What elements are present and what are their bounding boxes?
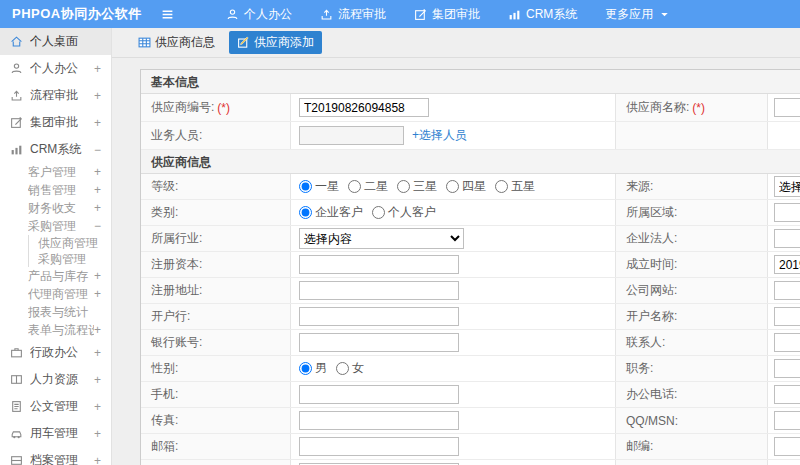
sidebar-item-customer-mgmt[interactable]: 客户管理+ [0, 163, 111, 181]
sidebar-item-human-resources[interactable]: 人力资源+ [0, 366, 111, 393]
topnav-label: 流程审批 [338, 6, 386, 23]
field-cell [291, 330, 616, 355]
choose-staff-link[interactable]: +选择人员 [412, 127, 467, 144]
sidebar-item-sales-mgmt[interactable]: 销售管理+ [0, 181, 111, 199]
expand-plus-icon[interactable]: + [94, 165, 101, 179]
sidebar-item-group-approval[interactable]: 集团审批+ [0, 109, 111, 136]
edit-square-icon [414, 8, 427, 21]
sidebar-item-crm-system[interactable]: CRM系统− [0, 136, 111, 163]
text-input[interactable] [774, 411, 800, 430]
sidebar-item-finance-income-expense[interactable]: 财务收支+ [0, 199, 111, 217]
sidebar-item-personal-desktop[interactable]: 个人桌面 [0, 28, 111, 55]
text-input[interactable] [774, 385, 800, 404]
sidebar-item-label: CRM系统 [30, 141, 94, 158]
field-label-text: 传真: [151, 412, 178, 429]
text-input[interactable] [299, 333, 459, 352]
expand-plus-icon[interactable]: + [94, 323, 101, 337]
text-input[interactable] [774, 229, 800, 248]
section-title: 基本信息 [141, 70, 800, 94]
sidebar-item-purchase-mgmt[interactable]: 采购管理− [0, 217, 111, 235]
field-label: 供应商名称:(*) [616, 94, 768, 121]
sidebar-item-label: 集团审批 [30, 114, 94, 131]
expand-plus-icon[interactable]: + [94, 346, 101, 360]
tab-supplier-add[interactable]: 供应商添加 [229, 31, 322, 54]
topnav-item-workflow-approval[interactable]: 流程审批 [320, 6, 386, 23]
expand-plus-icon[interactable]: + [94, 427, 101, 441]
radio-input[interactable] [336, 362, 349, 375]
text-input[interactable] [299, 437, 459, 456]
sidebar-item-label: 个人办公 [30, 60, 94, 77]
text-input[interactable] [299, 307, 459, 326]
sidebar-item-personal-office[interactable]: 个人办公+ [0, 55, 111, 82]
expand-plus-icon[interactable]: + [94, 373, 101, 387]
text-input[interactable] [774, 98, 800, 117]
field-cell [768, 434, 800, 459]
text-input[interactable] [299, 98, 429, 117]
form-select[interactable]: 选择内容 [299, 228, 464, 249]
radio-input[interactable] [348, 180, 361, 193]
topnav-item-crm-system[interactable]: CRM系统 [508, 6, 577, 23]
topnav-item-group-approval[interactable]: 集团审批 [414, 6, 480, 23]
radio-input[interactable] [372, 206, 385, 219]
sidebar-item-reports-stats[interactable]: 报表与统计 [0, 303, 111, 321]
text-input[interactable] [774, 255, 800, 274]
expand-plus-icon[interactable]: + [94, 269, 101, 283]
expand-plus-icon[interactable]: + [94, 89, 101, 103]
text-input[interactable] [299, 385, 459, 404]
book-icon [10, 373, 23, 386]
text-input[interactable] [299, 126, 404, 145]
sidebar-item-archive-mgmt[interactable]: 档案管理+ [0, 447, 111, 465]
radio-input[interactable] [299, 362, 312, 375]
sidebar-item-product-inventory[interactable]: 产品与库存+ [0, 267, 111, 285]
radio-input[interactable] [299, 206, 312, 219]
sidebar-item-purchase-mgmt-sub[interactable]: 采购管理 [28, 251, 111, 267]
sidebar-item-vehicle-mgmt[interactable]: 用车管理+ [0, 420, 111, 447]
expand-plus-icon[interactable]: + [94, 454, 101, 465]
sidebar-item-document-mgmt[interactable]: 公文管理+ [0, 393, 111, 420]
sidebar-toggle-button[interactable] [150, 8, 184, 21]
text-input[interactable] [774, 359, 800, 378]
field-cell [291, 382, 616, 407]
sidebar-item-workflow-approval[interactable]: 流程审批+ [0, 82, 111, 109]
sidebar-item-form-flow-settings[interactable]: 表单与流程设置+ [0, 321, 111, 339]
text-input[interactable] [774, 307, 800, 326]
expand-plus-icon[interactable]: + [94, 201, 101, 215]
field-cell [291, 434, 616, 459]
radio-input[interactable] [446, 180, 459, 193]
field-label: 职务: [616, 356, 768, 381]
text-input[interactable] [299, 281, 459, 300]
radio-input[interactable] [397, 180, 410, 193]
radio-option: 企业客户 [299, 204, 363, 221]
compose-icon [237, 36, 250, 49]
field-cell [768, 382, 800, 407]
tab-supplier-info[interactable]: 供应商信息 [130, 31, 223, 54]
collapse-minus-icon[interactable]: − [94, 143, 101, 157]
radio-input[interactable] [495, 180, 508, 193]
collapse-minus-icon[interactable]: − [94, 219, 101, 233]
doc-icon [10, 400, 23, 413]
sidebar-item-supplier-mgmt[interactable]: 供应商管理 [28, 235, 111, 251]
topnav-item-more-apps[interactable]: 更多应用 [605, 6, 671, 23]
expand-plus-icon[interactable]: + [94, 116, 101, 130]
field-cell: +选择人员 [291, 122, 616, 149]
expand-plus-icon[interactable]: + [94, 400, 101, 414]
field-label: 类别: [141, 200, 291, 225]
expand-plus-icon[interactable]: + [94, 287, 101, 301]
topnav-item-personal-office[interactable]: 个人办公 [226, 6, 292, 23]
expand-plus-icon[interactable]: + [94, 62, 101, 76]
radio-option: 五星 [495, 178, 535, 195]
field-label: 开户名称: [616, 304, 768, 329]
field-label-text: 所属区域: [626, 204, 677, 221]
form-row: 供应商编号:(*)供应商名称:(*) [141, 94, 800, 122]
text-input[interactable] [299, 411, 459, 430]
text-input[interactable] [774, 333, 800, 352]
radio-input[interactable] [299, 180, 312, 193]
expand-plus-icon[interactable]: + [94, 183, 101, 197]
text-input[interactable] [299, 255, 459, 274]
text-input[interactable] [774, 437, 800, 456]
sidebar-item-admin-office[interactable]: 行政办公+ [0, 339, 111, 366]
text-input[interactable] [774, 203, 800, 222]
sidebar-item-agent-mgmt[interactable]: 代理商管理+ [0, 285, 111, 303]
text-input[interactable] [774, 281, 800, 300]
form-select[interactable]: 选择内容 [774, 176, 800, 197]
